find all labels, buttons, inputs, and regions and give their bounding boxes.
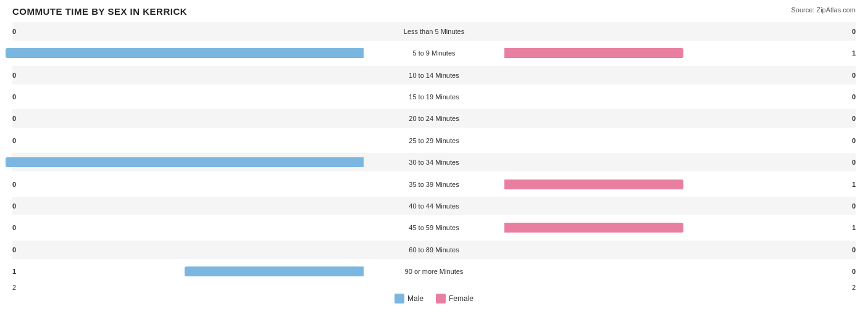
female-value: 0 [852, 268, 856, 275]
chart-container: COMMUTE TIME BY SEX IN KERRICK Source: Z… [0, 0, 868, 322]
row-label: 25 to 29 Minutes [366, 137, 502, 144]
chart-header: COMMUTE TIME BY SEX IN KERRICK Source: Z… [12, 6, 856, 17]
female-bar [504, 48, 683, 58]
row-label: 10 to 14 Minutes [366, 72, 502, 79]
female-value: 1 [852, 181, 856, 188]
table-row: 010 to 14 Minutes0 [12, 66, 856, 85]
female-value: 0 [852, 93, 856, 101]
male-section: 0 [12, 131, 366, 150]
male-value: 0 [12, 137, 16, 144]
row-label: 35 to 39 Minutes [366, 181, 502, 188]
male-section: 0 [12, 109, 366, 128]
female-section: 1 [502, 218, 856, 237]
male-section: 0 [12, 197, 366, 215]
female-value: 1 [852, 224, 856, 231]
female-value: 0 [852, 28, 856, 35]
table-row: 035 to 39 Minutes1 [12, 175, 856, 194]
female-section: 1 [502, 175, 856, 194]
chart-title: COMMUTE TIME BY SEX IN KERRICK [12, 6, 187, 17]
table-row: 020 to 24 Minutes0 [12, 109, 856, 128]
female-section: 1 [502, 44, 856, 62]
legend-male: Male [394, 294, 424, 303]
row-label: 40 to 44 Minutes [366, 202, 502, 210]
row-label: 15 to 19 Minutes [366, 93, 502, 101]
row-label: 5 to 9 Minutes [366, 49, 502, 57]
female-section: 0 [502, 88, 856, 106]
table-row: 015 to 19 Minutes0 [12, 88, 856, 106]
male-value: 0 [12, 93, 16, 101]
male-bar [185, 266, 364, 276]
axis-labels: 2 2 [12, 284, 856, 291]
male-label: Male [407, 294, 424, 303]
female-label: Female [449, 294, 474, 303]
female-section: 0 [502, 131, 856, 150]
row-label: 30 to 34 Minutes [366, 159, 502, 166]
male-section: 2 [12, 153, 366, 171]
legend-female: Female [436, 294, 474, 303]
row-label: 45 to 59 Minutes [366, 224, 502, 231]
female-value: 1 [852, 49, 856, 57]
table-row: 045 to 59 Minutes1 [12, 218, 856, 237]
table-row: 190 or more Minutes0 [12, 262, 856, 281]
male-bar [6, 48, 364, 58]
axis-right-label: 2 [852, 284, 856, 291]
male-bar [6, 157, 364, 167]
table-row: 0Less than 5 Minutes0 [12, 22, 856, 41]
female-value: 0 [852, 72, 856, 79]
row-label: 90 or more Minutes [366, 268, 502, 275]
male-value: 0 [12, 246, 16, 254]
table-row: 025 to 29 Minutes0 [12, 131, 856, 150]
male-swatch [394, 294, 404, 303]
male-value: 1 [12, 268, 16, 275]
female-section: 0 [502, 241, 856, 259]
female-value: 0 [852, 159, 856, 166]
female-value: 0 [852, 202, 856, 210]
male-value: 0 [12, 115, 16, 122]
male-section: 0 [12, 241, 366, 259]
female-section: 0 [502, 197, 856, 215]
female-value: 0 [852, 137, 856, 144]
female-value: 0 [852, 115, 856, 122]
row-label: 60 to 89 Minutes [366, 246, 502, 254]
female-section: 0 [502, 153, 856, 171]
female-section: 0 [502, 109, 856, 128]
female-section: 0 [502, 262, 856, 281]
bars-area: 0Less than 5 Minutes025 to 9 Minutes1010… [12, 20, 856, 283]
legend: Male Female [12, 294, 856, 303]
female-swatch [436, 294, 446, 303]
chart-source: Source: ZipAtlas.com [791, 6, 856, 14]
male-section: 0 [12, 218, 366, 237]
male-value: 0 [12, 202, 16, 210]
male-section: 0 [12, 88, 366, 106]
female-bar [504, 180, 683, 189]
male-section: 0 [12, 22, 366, 41]
male-value: 0 [12, 28, 16, 35]
table-row: 230 to 34 Minutes0 [12, 153, 856, 171]
male-value: 0 [12, 181, 16, 188]
table-row: 040 to 44 Minutes0 [12, 197, 856, 215]
male-section: 1 [12, 262, 366, 281]
table-row: 25 to 9 Minutes1 [12, 44, 856, 62]
female-value: 0 [852, 246, 856, 254]
male-value: 0 [12, 224, 16, 231]
table-row: 060 to 89 Minutes0 [12, 241, 856, 259]
male-value: 0 [12, 72, 16, 79]
axis-left-label: 2 [12, 284, 16, 291]
male-section: 2 [12, 44, 366, 62]
row-label: 20 to 24 Minutes [366, 115, 502, 122]
female-section: 0 [502, 22, 856, 41]
female-bar [504, 223, 683, 233]
male-section: 0 [12, 66, 366, 85]
female-section: 0 [502, 66, 856, 85]
row-label: Less than 5 Minutes [366, 28, 502, 35]
male-section: 0 [12, 175, 366, 194]
